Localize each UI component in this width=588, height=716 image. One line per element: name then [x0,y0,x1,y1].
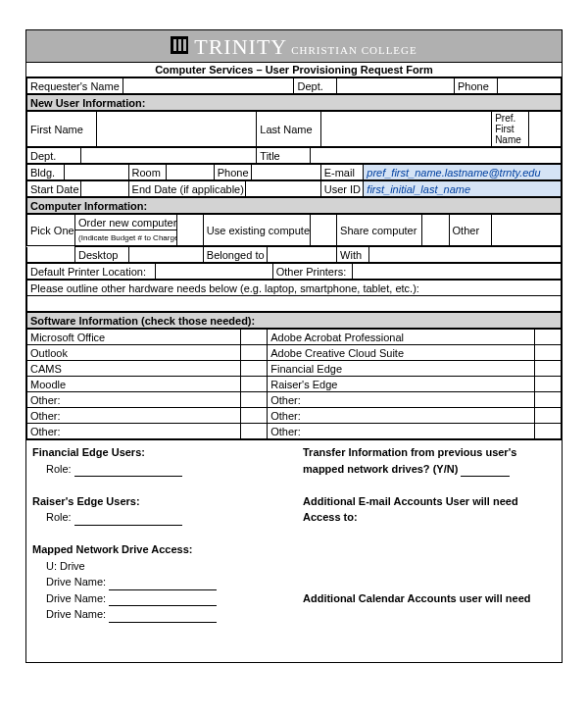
software-left-check-5[interactable] [241,408,268,424]
drive-name-field-3[interactable] [109,613,217,623]
add-email-label: Additional E-mail Accounts User will nee… [303,493,556,526]
software-right-check-1[interactable] [534,345,561,361]
order-new-check[interactable] [176,215,203,246]
bldg-label: Bldg. [27,165,65,180]
with-label: With [337,247,369,263]
brand-main: TRINITY [194,34,287,60]
software-left-check-6[interactable] [241,424,268,439]
drive-name-label-1: Drive Name: [46,576,106,588]
software-left-5: Other: [27,408,241,424]
pref-first-label: Pref. First Name [492,112,529,147]
requester-phone-field[interactable] [497,78,561,94]
software-left-3: Moodle [27,377,241,392]
use-existing-check[interactable] [310,215,336,246]
pref-first-field[interactable] [529,112,562,147]
with-field[interactable] [368,247,561,263]
other-label: Other [449,215,492,246]
requester-name-field[interactable] [123,78,294,94]
fe-users-label: Financial Edge Users: [32,444,285,461]
bldg-row: Bldg. Room Phone E-mail pref_first_name.… [26,164,562,180]
pick-one-row: Pick One Order new computer Use existing… [26,214,562,246]
software-right-check-0[interactable] [534,330,561,345]
software-right-check-2[interactable] [534,361,561,377]
desktop-label: Desktop [75,247,129,263]
re-users-label: Raiser's Edge Users: [32,493,285,510]
last-name-field[interactable] [320,112,491,147]
software-right-check-3[interactable] [534,377,561,392]
phone-label: Phone [214,165,251,180]
drive-name-label-3: Drive Name: [46,608,106,620]
drive-name-field-2[interactable] [109,596,217,606]
end-date-label: End Date (if applicable) [128,181,246,197]
email-label: E-mail [320,165,364,180]
software-left-check-4[interactable] [241,392,268,408]
software-left-check-0[interactable] [241,330,268,345]
title-field[interactable] [310,148,561,164]
printers-row: Default Printer Location: Other Printers… [26,263,562,280]
outline-field[interactable] [27,296,562,312]
fe-role-field[interactable] [74,467,182,477]
drive-name-label-2: Drive Name: [46,592,106,604]
section-computer: Computer Information: [27,198,562,214]
u-drive-label: U: Drive [32,558,285,575]
form-title: Computer Services – User Provisioning Re… [26,63,562,77]
software-right-4: Other: [268,392,535,408]
default-printer-field[interactable] [155,264,272,280]
requester-dept-field[interactable] [337,78,455,94]
fe-role-label: Role: [46,463,72,475]
bldg-field[interactable] [65,165,128,180]
start-date-field[interactable] [80,181,128,197]
software-right-0: Adobe Acrobat Professional [268,330,535,345]
end-date-field[interactable] [246,181,320,197]
software-right-6: Other: [268,424,535,439]
software-left-check-2[interactable] [241,361,268,377]
software-left-check-1[interactable] [241,345,268,361]
brand-sub: CHRISTIAN COLLEGE [291,44,417,56]
bottom-left: Financial Edge Users: Role: Raiser's Edg… [32,444,285,623]
software-right-check-4[interactable] [534,392,561,408]
other-printers-field[interactable] [353,264,562,280]
room-field[interactable] [166,165,214,180]
requester-row: Requester's Name Dept. Phone [26,77,562,94]
share-label: Share computer [337,215,422,246]
transfer-field[interactable] [461,467,510,477]
requester-dept-label: Dept. [294,78,337,94]
section-software: Software Information (check those needed… [27,313,562,329]
software-right-check-5[interactable] [534,408,561,424]
start-date-label: Start Date [27,181,81,197]
software-left-1: Outlook [27,345,241,361]
software-right-5: Other: [268,408,535,424]
name-row: First Name Last Name Pref. First Name [26,111,562,147]
software-left-2: CAMS [27,361,241,377]
first-name-field[interactable] [96,112,257,147]
software-grid: Microsoft OfficeAdobe Acrobat Profession… [26,329,562,439]
first-name-label: First Name [27,112,97,147]
drive-name-field-1[interactable] [109,581,217,590]
belonged-to-field[interactable] [268,247,337,263]
dept-field[interactable] [80,148,257,164]
software-left-0: Microsoft Office [27,330,241,345]
software-left-4: Other: [27,392,241,408]
trinity-logo-icon [171,36,188,54]
user-id-label: User ID [320,181,364,197]
software-right-check-6[interactable] [534,424,561,439]
re-role-label: Role: [46,511,72,523]
add-cal-label: Additional Calendar Accounts user will n… [303,590,556,607]
desktop-row: Desktop Belonged to With [26,246,562,263]
last-name-label: Last Name [257,112,320,147]
phone-field[interactable] [251,165,320,180]
mapped-label: Mapped Network Drive Access: [32,541,285,558]
other-check[interactable] [492,215,562,246]
software-left-check-3[interactable] [241,377,268,392]
header-band: TRINITY CHRISTIAN COLLEGE [26,30,562,63]
desktop-field[interactable] [128,247,203,263]
order-hint: (Indicate Budget # to Charge to) [75,230,177,246]
share-check[interactable] [422,215,449,246]
dept-title-row: Dept. Title [26,147,562,164]
user-id-hint: first_initial_last_name [364,181,562,197]
title-label: Title [257,148,311,164]
belonged-to-label: Belonged to [203,247,267,263]
re-role-field[interactable] [74,516,182,526]
software-right-1: Adobe Creative Cloud Suite [268,345,535,361]
order-new-label: Order new computer [75,215,177,230]
